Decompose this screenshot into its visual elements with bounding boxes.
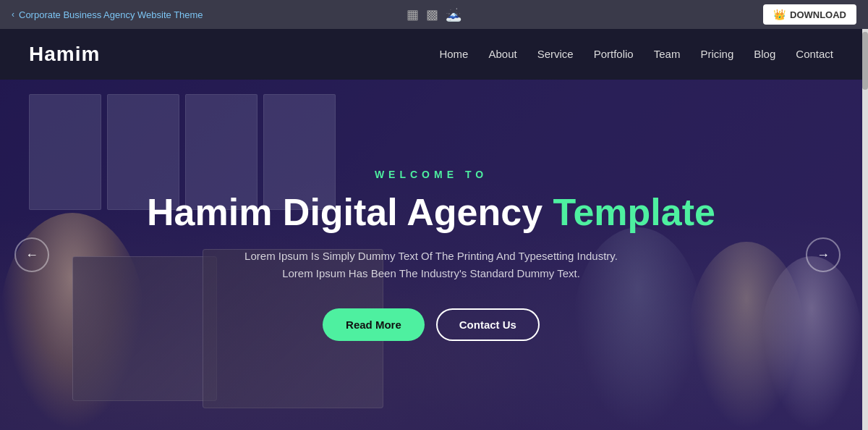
next-arrow-button[interactable]: →	[806, 237, 841, 272]
prev-arrow-button[interactable]: ←	[14, 237, 49, 272]
next-arrow-icon: →	[817, 248, 830, 263]
nav-item-blog[interactable]: Blog	[754, 48, 775, 61]
hero-content: WELCOME TO Hamim Digital Agency Template…	[0, 80, 862, 430]
nav-item-service[interactable]: Service	[537, 48, 574, 61]
nav-link-pricing[interactable]: Pricing	[700, 48, 733, 60]
back-link-container[interactable]: ‹ Corporate Business Agency Website Them…	[12, 9, 203, 20]
nav-item-about[interactable]: About	[488, 48, 516, 61]
hero-subtitle: Lorem Ipsum Is Simply Dummy Text Of The …	[229, 248, 634, 282]
back-chevron-icon: ‹	[12, 9, 14, 20]
tablet-device-icon[interactable]: ▩	[426, 7, 438, 22]
nav-link-portfolio[interactable]: Portfolio	[594, 48, 634, 60]
navbar: Hamim Home About Service Portfolio Team …	[0, 29, 862, 80]
nav-item-contact[interactable]: Contact	[796, 48, 833, 61]
device-switcher: ▦ ▩ 🗻	[407, 7, 461, 22]
hero-section: WELCOME TO Hamim Digital Agency Template…	[0, 80, 862, 430]
top-bar: ‹ Corporate Business Agency Website Them…	[0, 0, 868, 29]
welcome-text: WELCOME TO	[375, 169, 488, 180]
desktop-device-icon[interactable]: 🗻	[446, 7, 461, 22]
nav-item-home[interactable]: Home	[439, 48, 468, 61]
hero-title-highlight: Template	[553, 191, 715, 233]
crown-icon: 👑	[773, 9, 786, 20]
nav-item-portfolio[interactable]: Portfolio	[594, 48, 634, 61]
scrollbar-thumb[interactable]	[862, 32, 868, 90]
contact-us-button[interactable]: Contact Us	[436, 308, 540, 341]
hero-title-normal: Hamim Digital Agency	[147, 191, 542, 233]
nav-item-pricing[interactable]: Pricing	[700, 48, 733, 61]
site-logo[interactable]: Hamim	[29, 43, 100, 66]
nav-link-blog[interactable]: Blog	[754, 48, 775, 60]
hero-buttons: Read More Contact Us	[323, 308, 540, 341]
download-label: DOWNLOAD	[790, 9, 846, 20]
download-button[interactable]: 👑 DOWNLOAD	[763, 4, 856, 25]
nav-link-contact[interactable]: Contact	[796, 48, 833, 60]
nav-link-about[interactable]: About	[488, 48, 516, 60]
nav-links: Home About Service Portfolio Team Pricin…	[439, 48, 833, 61]
nav-link-home[interactable]: Home	[439, 48, 468, 60]
nav-link-team[interactable]: Team	[654, 48, 681, 60]
mobile-device-icon[interactable]: ▦	[407, 7, 419, 22]
hero-title: Hamim Digital Agency Template	[147, 192, 715, 233]
back-link-text[interactable]: Corporate Business Agency Website Theme	[19, 9, 203, 20]
site-wrapper: Hamim Home About Service Portfolio Team …	[0, 29, 862, 430]
nav-item-team[interactable]: Team	[654, 48, 681, 61]
nav-link-service[interactable]: Service	[537, 48, 574, 60]
read-more-button[interactable]: Read More	[323, 308, 425, 341]
prev-arrow-icon: ←	[25, 248, 38, 263]
scrollbar[interactable]	[862, 29, 868, 430]
